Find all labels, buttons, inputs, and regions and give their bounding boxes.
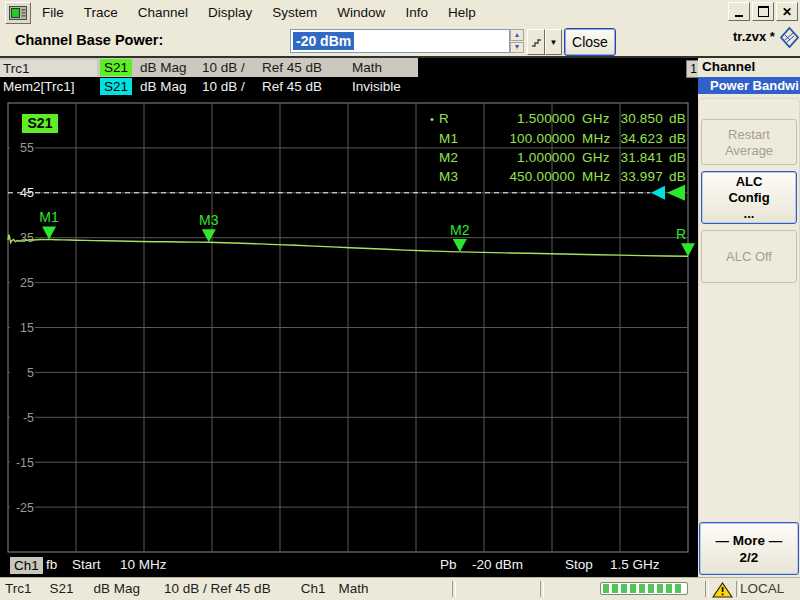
trace-name: Trc1 (0, 60, 97, 77)
marker-readout-m2: M21.000000GHz31.841dB (430, 148, 686, 167)
ref-level-indicator-trc1[interactable] (667, 185, 685, 201)
restore-button[interactable] (752, 2, 774, 21)
sweep-progress-bar (600, 582, 688, 595)
trace-scale: 10 dB / (202, 60, 262, 75)
y-tick-label: 5 (27, 366, 34, 380)
separator (540, 581, 544, 597)
status-bar: Trc1S21dB Mag10 dB / Ref 45 dBCh1Math LO… (0, 577, 800, 600)
app-icon[interactable] (5, 2, 31, 24)
ref-level-indicator-mem[interactable] (651, 186, 665, 200)
stop-label: Stop (565, 557, 593, 572)
menu-help[interactable]: Help (438, 3, 486, 22)
step-size-button[interactable] (527, 29, 545, 55)
progress-segment (621, 584, 627, 593)
status-item-ch1: Ch1 (301, 581, 326, 596)
progress-segment (657, 584, 663, 593)
softkey-sidebar: Channel Power Bandwi RestartAverageALCCo… (698, 58, 800, 577)
instrument-icon (9, 6, 27, 20)
sweep-mode: fb (46, 557, 57, 572)
status-item-trc1: Trc1 (5, 581, 32, 596)
spin-up-button[interactable]: ▲ (510, 29, 524, 41)
close-window-button[interactable]: ✕ (776, 2, 798, 21)
start-label: Start (72, 557, 101, 572)
trace-row-mem2[interactable]: Mem2[Trc1] S21 dB Mag 10 dB / Ref 45 dB … (0, 77, 418, 96)
progress-segment (648, 584, 654, 593)
warning-icon (712, 582, 733, 598)
input-selected-value: -20 dBm (293, 32, 354, 50)
status-items: Trc1S21dB Mag10 dB / Ref 45 dBCh1Math (5, 581, 368, 596)
marker-label-m3: M3 (199, 212, 219, 228)
trace-ref: Ref 45 dB (262, 60, 350, 75)
menu-system[interactable]: System (262, 3, 327, 22)
trace-row-trc1[interactable]: Trc1 S21 dB Mag 10 dB / Ref 45 dB Math (0, 58, 418, 77)
minimize-button[interactable] (728, 2, 750, 21)
window-controls: ✕ (728, 2, 798, 21)
status-item-10-db-ref-45-db: 10 dB / Ref 45 dB (164, 581, 271, 596)
marker-val: 34.623 (616, 131, 663, 146)
softkey-restart-average[interactable]: RestartAverage (701, 119, 797, 165)
menu-info[interactable]: Info (395, 3, 438, 22)
entry-bar: Channel Base Power: -20 dBm ▲ ▼ ▼ Close … (0, 25, 800, 56)
progress-segment (666, 584, 672, 593)
minimize-icon (735, 15, 743, 17)
marker-name: M2 (439, 150, 463, 165)
trace-status: Math (350, 60, 382, 75)
diagram-area: 55453525155-5-15-25RM1M2M3 S21 •R1.50000… (0, 96, 698, 554)
y-tick-label: -5 (23, 411, 34, 425)
marker-name: R (439, 111, 463, 126)
separator (705, 581, 709, 597)
softkey-alc-config-[interactable]: ALCConfig... (701, 171, 797, 224)
marker-freq: 450.00000 (463, 169, 575, 184)
spin-down-button[interactable]: ▼ (510, 42, 524, 54)
menu-channel[interactable]: Channel (128, 3, 198, 22)
menu-display[interactable]: Display (198, 3, 262, 22)
channel-chip: Ch1 (10, 557, 43, 574)
trace-format: dB Mag (132, 60, 202, 75)
rohde-schwarz-logo (780, 27, 799, 48)
more-softkey-button[interactable]: — More — 2/2 (699, 522, 799, 575)
progress-segment (612, 584, 618, 593)
marker-readout-r: •R1.500000GHz30.850dB (430, 109, 686, 128)
status-item-s21: S21 (50, 581, 74, 596)
marker-label-r: R (676, 226, 686, 242)
softkey-group-title: Channel (702, 59, 755, 74)
marker-val: 31.841 (616, 150, 663, 165)
menu-window[interactable]: Window (327, 3, 395, 22)
status-item-math: Math (338, 581, 368, 596)
y-tick-label: 35 (20, 231, 34, 245)
marker-name: M1 (439, 131, 463, 146)
marker-freq: 1.500000 (463, 111, 575, 126)
marker-symbol-r[interactable] (681, 243, 695, 256)
marker-vunit: dB (663, 111, 686, 126)
stop-value: 1.5 GHz (610, 557, 660, 572)
trace-name: Mem2[Trc1] (0, 79, 97, 94)
marker-symbol-m2[interactable] (453, 239, 467, 252)
menu-file[interactable]: File (32, 3, 74, 22)
setup-filename: tr.zvx * (733, 29, 775, 44)
diagram-title-chip: S21 (22, 114, 58, 133)
softkey-alc-off[interactable]: ALC Off (701, 230, 797, 283)
menu-trace[interactable]: Trace (74, 3, 128, 22)
close-button[interactable]: Close (564, 28, 616, 56)
channel-base-power-input[interactable]: -20 dBm (290, 29, 510, 53)
trace-scale: 10 dB / (202, 79, 262, 94)
y-tick-label: 15 (20, 321, 34, 335)
marker-readout-m1: M1100.00000MHz34.623dB (430, 128, 686, 147)
marker-vunit: dB (663, 169, 686, 184)
marker-funit: MHz (575, 169, 616, 184)
marker-symbol-m3[interactable] (202, 229, 216, 242)
y-tick-label: -25 (16, 501, 34, 515)
y-tick-label: 55 (20, 141, 34, 155)
y-tick-label: 25 (20, 276, 34, 290)
base-power-value: -20 dBm (472, 557, 523, 572)
marker-vunit: dB (663, 150, 686, 165)
marker-label-m2: M2 (450, 222, 470, 238)
y-tick-label: -15 (16, 456, 34, 470)
marker-val: 30.850 (616, 111, 663, 126)
softkey-panel: RestartAverageALCConfig...ALC Off (698, 98, 800, 524)
marker-readout-m3: M3450.00000MHz33.997dB (430, 167, 686, 186)
softkey-submenu-header[interactable]: Power Bandwi (698, 77, 800, 94)
unit-dropdown-button[interactable]: ▼ (545, 29, 562, 55)
restore-icon (758, 6, 769, 17)
local-remote-indicator: LOCAL (740, 581, 784, 596)
